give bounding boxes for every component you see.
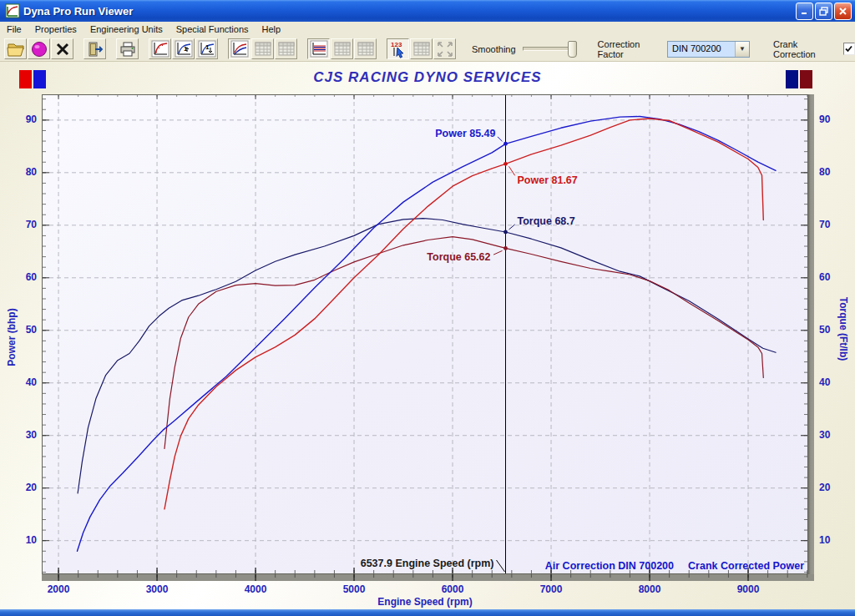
x-tick-label: 2000	[33, 583, 83, 595]
open-run-button[interactable]	[4, 38, 27, 59]
y-tick-label-left: 90	[7, 114, 37, 125]
cursor-marker-torque-run1	[503, 230, 508, 235]
sphere-icon	[29, 39, 49, 59]
plot-bottom-shadow	[42, 574, 814, 581]
y-tick-label-left: 70	[7, 219, 37, 230]
graph-type-button[interactable]	[149, 38, 171, 59]
y-tick-label-left: 30	[7, 429, 37, 441]
svg-text:1: 1	[205, 43, 210, 51]
chart-title: CJS RACING DYNO SERVICES	[0, 69, 855, 86]
toolbar: 11123 Smoothing Correction Factor DIN 70…	[0, 37, 855, 62]
titlebar: Dyna Pro Run Viewer	[0, 0, 855, 22]
show-graph-b-button[interactable]	[307, 38, 330, 59]
show-graph-a-button[interactable]	[228, 38, 250, 59]
app-window: Dyna Pro Run Viewer FilePropertiesEngine…	[0, 0, 855, 616]
graph-run1-down-button[interactable]: 1	[195, 38, 218, 59]
y-tick-label-left: 80	[7, 166, 37, 178]
zoom-extents-button	[433, 38, 456, 59]
footnote-crank-corrected: Crank Corrected Power	[688, 560, 804, 572]
chartup-icon: 1	[174, 39, 194, 59]
y-tick-label-right: 60	[819, 271, 849, 283]
close-run-button[interactable]	[51, 38, 73, 59]
folder-icon	[6, 39, 26, 59]
svg-text:123: 123	[391, 41, 402, 48]
restore-button[interactable]	[815, 3, 832, 20]
cursor-marker-power-run1	[503, 142, 508, 146]
menubar: FilePropertiesEngineering UnitsSpecial F…	[0, 22, 855, 38]
smoothing-label: Smoothing	[472, 44, 516, 54]
x-tick-label: 5000	[329, 583, 379, 595]
window-bottom-border	[0, 609, 855, 616]
graph-run1-up-button[interactable]: 1	[172, 38, 195, 59]
show-grid-c-button	[410, 38, 433, 59]
grid-icon	[332, 39, 352, 59]
crank-correction-checkbox[interactable]	[843, 43, 855, 55]
plot-right-shadow	[808, 94, 814, 581]
y-tick-label-right: 90	[819, 114, 849, 125]
grid-icon	[276, 39, 296, 59]
y-tick-label-right: 30	[819, 429, 849, 441]
print-button[interactable]	[116, 38, 139, 59]
run-info-button[interactable]	[28, 38, 50, 59]
cursor-marker-power-run2	[503, 162, 508, 166]
printer-icon	[118, 39, 138, 59]
footnote-air-correction: Air Correction DIN 700200	[545, 560, 674, 572]
x-tick-label: 7000	[526, 583, 576, 595]
y-tick-label-left: 40	[7, 376, 37, 388]
chartmulti2-icon	[309, 39, 329, 59]
menu-item-properties[interactable]: Properties	[28, 23, 83, 36]
menu-item-engineering-units[interactable]: Engineering Units	[83, 23, 169, 36]
show-grid-a1-button	[251, 38, 274, 59]
y-tick-label-right: 40	[819, 376, 849, 388]
menu-item-help[interactable]: Help	[255, 23, 288, 36]
y-tick-label-right: 10	[819, 534, 849, 546]
x-tick-label: 4000	[230, 583, 281, 595]
crank-correction-label: Crank Correction	[773, 39, 839, 59]
app-icon	[5, 3, 20, 18]
show-grid-a2-button	[275, 38, 297, 59]
x-tick-label: 3000	[132, 583, 182, 595]
smoothing-slider-thumb[interactable]	[568, 41, 577, 58]
y-tick-label-left: 10	[7, 534, 37, 546]
cursor123-icon: 123	[388, 39, 408, 59]
xmark-icon	[53, 39, 73, 59]
grid-icon	[253, 39, 273, 59]
combo-dropdown-icon[interactable]: ▼	[735, 42, 749, 57]
y-axis-left-title: Power (bhp)	[6, 308, 18, 366]
x-tick-label: 9000	[723, 583, 773, 595]
close-button[interactable]	[834, 3, 852, 20]
smoothing-slider[interactable]	[523, 47, 576, 51]
dyno-plot[interactable]: Power 85.49Power 81.67Torque 68.7Torque …	[42, 94, 814, 581]
y-tick-label-right: 20	[819, 482, 849, 493]
zoomarrows-icon	[435, 39, 455, 59]
show-grid-b1-button	[331, 38, 353, 59]
y-tick-label-left: 20	[7, 482, 37, 493]
exit-button[interactable]	[83, 38, 106, 59]
grid-icon	[356, 39, 376, 59]
y-tick-label-right: 70	[819, 219, 849, 230]
x-axis-title: Engine Speed (rpm)	[377, 596, 472, 608]
show-grid-b2-button	[354, 38, 377, 59]
cursor-marker-torque-run2	[503, 246, 508, 250]
cursor-values-button[interactable]: 123	[387, 38, 409, 59]
menu-item-file[interactable]: File	[0, 23, 28, 36]
annotation-power-run1: Power 85.49	[435, 128, 495, 139]
correction-factor-select[interactable]: DIN 700200 ▼	[667, 41, 750, 58]
chartdown-icon: 1	[197, 39, 217, 59]
minimize-button[interactable]	[796, 3, 813, 20]
annotation-power-run2: Power 81.67	[518, 174, 578, 186]
grid-icon	[412, 39, 432, 59]
y-axis-right-title: Torque (Ft/lb)	[837, 297, 849, 361]
y-tick-label-right: 80	[819, 166, 849, 178]
correction-factor-label: Correction Factor	[598, 39, 660, 59]
annotation-torque-run1: Torque 68.7	[518, 215, 575, 227]
correction-factor-value: DIN 700200	[668, 42, 735, 57]
menu-item-special-functions[interactable]: Special Functions	[169, 23, 255, 36]
annotation-torque-run2: Torque 65.62	[427, 251, 490, 263]
chartmulti-icon	[230, 39, 250, 59]
window-title: Dyna Pro Run Viewer	[23, 5, 796, 18]
cursor-rpm-label: 6537.9 Engine Speed (rpm)	[361, 558, 494, 569]
chartcurve-icon	[150, 39, 170, 59]
y-tick-label-left: 60	[7, 271, 37, 283]
exitdoor-icon	[85, 39, 105, 59]
